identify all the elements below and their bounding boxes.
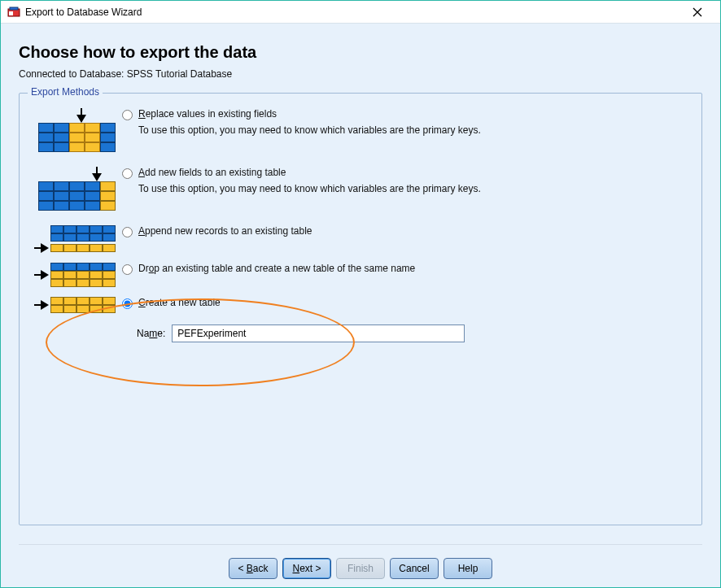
next-button[interactable]: Next > <box>282 558 331 579</box>
window-title: Export to Database Wizard <box>25 7 142 18</box>
append-graphic <box>31 225 122 253</box>
radio-create-label[interactable]: Create a new table <box>138 297 690 308</box>
radio-append[interactable] <box>122 227 133 237</box>
finish-button[interactable]: Finish <box>336 558 385 579</box>
radio-drop-label[interactable]: Drop an existing table and create a new … <box>138 263 690 274</box>
back-button[interactable]: < Back <box>229 558 277 579</box>
radio-replace-label[interactable]: Replace values in existing fields <box>138 108 690 120</box>
connected-status: Connected to Database: SPSS Tutorial Dat… <box>19 68 702 80</box>
create-graphic <box>31 297 122 313</box>
option-drop-row: Drop an existing table and create a new … <box>31 263 690 287</box>
cancel-button[interactable]: Cancel <box>390 558 439 579</box>
option-append-row: Append new records to an existing table <box>31 225 690 253</box>
radio-addfields[interactable] <box>122 168 133 179</box>
option-create-row: Create a new table <box>31 297 690 313</box>
name-row: Name: <box>137 324 690 342</box>
addfields-hint: To use this option, you may need to know… <box>138 183 690 194</box>
svg-rect-2 <box>9 11 13 15</box>
svg-rect-1 <box>10 7 18 10</box>
new-table-name-input[interactable] <box>172 324 465 342</box>
radio-addfields-label[interactable]: Add new fields to an existing table <box>138 167 690 178</box>
title-bar: Export to Database Wizard <box>1 1 720 24</box>
page-title: Choose how to export the data <box>19 43 702 62</box>
replace-graphic <box>31 108 122 152</box>
addfields-graphic <box>31 167 122 211</box>
replace-hint: To use this option, you may need to know… <box>138 124 690 136</box>
radio-append-label[interactable]: Append new records to an existing table <box>138 225 690 237</box>
radio-drop[interactable] <box>122 264 133 275</box>
close-icon[interactable] <box>681 2 714 22</box>
help-button[interactable]: Help <box>444 558 492 579</box>
drop-graphic <box>31 263 122 287</box>
wizard-footer: < Back Next > Finish Cancel Help <box>1 558 720 579</box>
export-methods-group: Export Methods Replace values in existin… <box>19 93 702 525</box>
radio-replace[interactable] <box>122 110 133 120</box>
option-replace-row: Replace values in existing fields To use… <box>31 108 690 152</box>
name-label: Name: <box>137 328 165 339</box>
group-legend: Export Methods <box>28 86 103 98</box>
app-icon <box>7 6 20 19</box>
footer-divider <box>19 544 702 545</box>
option-addfields-row: Add new fields to an existing table To u… <box>31 167 690 211</box>
radio-create[interactable] <box>122 298 133 309</box>
